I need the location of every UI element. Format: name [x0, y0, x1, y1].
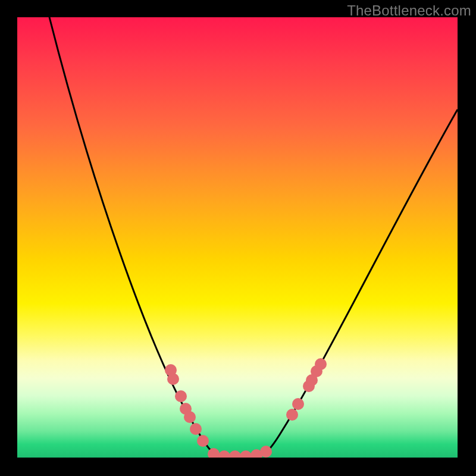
marker-dot: [292, 398, 304, 410]
marker-dot: [190, 423, 202, 435]
marker-dot: [184, 411, 196, 423]
marker-dot: [167, 373, 179, 385]
watermark-text: TheBottleneck.com: [347, 2, 471, 19]
outer-frame: TheBottleneck.com: [0, 0, 476, 476]
curve-line: [49, 17, 458, 456]
marker-dot: [286, 409, 298, 421]
marker-dot: [229, 450, 241, 458]
marker-dot: [315, 358, 327, 370]
chart-svg: [17, 17, 458, 458]
chart-area: [17, 17, 458, 458]
marker-dot: [240, 450, 252, 458]
marker-dot: [175, 390, 187, 402]
marker-dot: [197, 435, 209, 447]
marker-dot: [218, 450, 230, 458]
markers-group: [165, 358, 327, 458]
marker-dot: [260, 446, 272, 458]
